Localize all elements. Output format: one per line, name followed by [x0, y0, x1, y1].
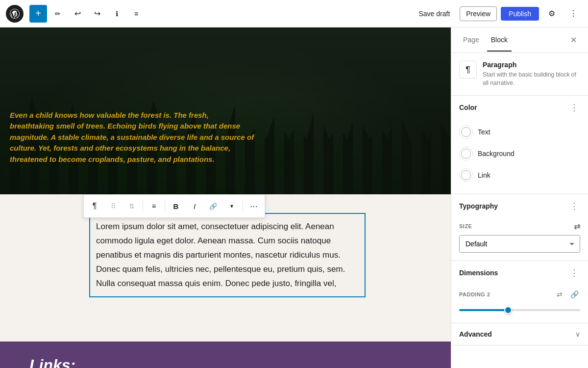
toolbar-divider-2	[165, 200, 165, 212]
block-move-button[interactable]: ⇅	[123, 197, 141, 215]
dimensions-content: PADDING 2 ⇄ 🔗	[451, 285, 588, 323]
color-section: Color ⋮ Text Background	[451, 96, 588, 194]
link-color-swatch[interactable]	[459, 168, 473, 182]
color-option-background[interactable]: Background	[459, 143, 580, 164]
panel-header: Page Block ✕	[451, 27, 588, 53]
link-button[interactable]: 🔗	[204, 197, 222, 215]
add-block-button[interactable]: +	[29, 5, 47, 23]
block-info-text: Paragraph Start with the basic building …	[483, 61, 580, 87]
more-options-button[interactable]: ⋮	[564, 5, 582, 23]
size-adjust-icon[interactable]: ⇄	[574, 222, 581, 231]
wordpress-logo[interactable]	[6, 5, 24, 23]
dimensions-section-title: Dimensions	[459, 269, 568, 277]
background-color-swatch[interactable]	[459, 147, 473, 160]
toolbar-divider-1	[143, 200, 143, 212]
color-options: Text Background Link	[451, 119, 588, 194]
undo-button[interactable]: ↩	[69, 5, 86, 23]
block-more-button[interactable]: ⋯	[245, 197, 263, 215]
advanced-section-header[interactable]: Advanced ∨	[451, 323, 588, 345]
text-color-label: Text	[478, 128, 490, 136]
size-label-row: SIZE ⇄	[459, 222, 580, 231]
block-formatting-toolbar: ¶ ⠿ ⇅ ≡ B I 🔗 ▾ ⋯	[83, 194, 265, 218]
editor-area: Even a child knows how valuable the fore…	[0, 27, 451, 368]
right-panel: Page Block ✕ ¶ Paragraph Start with the …	[451, 27, 588, 368]
purple-section: Links:	[0, 342, 451, 368]
block-description: Start with the basic building block of a…	[483, 71, 580, 87]
more-rich-text-button[interactable]: ▾	[223, 197, 241, 215]
color-section-header[interactable]: Color ⋮	[451, 96, 588, 119]
toolbar-divider-3	[243, 200, 243, 212]
info-button[interactable]: ℹ	[108, 5, 125, 23]
save-draft-button[interactable]: Save draft	[413, 7, 456, 21]
text-color-swatch[interactable]	[459, 125, 473, 139]
background-color-label: Background	[478, 150, 514, 158]
typography-section-title: Typography	[459, 202, 568, 210]
block-type-icon: ¶	[459, 61, 477, 79]
redo-button[interactable]: ↪	[88, 5, 106, 23]
paragraph-block[interactable]: Lorem ipsum dolor sit amet, consectetuer…	[90, 214, 365, 296]
tab-block[interactable]: Block	[487, 29, 512, 52]
color-option-link[interactable]: Link	[459, 164, 580, 186]
typography-more-icon[interactable]: ⋮	[568, 200, 580, 212]
advanced-section-title: Advanced	[459, 330, 575, 338]
typography-section: Typography ⋮ SIZE ⇄ Default Small Medium…	[451, 194, 588, 261]
align-button[interactable]: ≡	[145, 197, 163, 215]
publish-button[interactable]: Publish	[501, 7, 539, 21]
size-label-text: SIZE	[459, 223, 472, 229]
dimensions-more-icon[interactable]: ⋮	[568, 267, 580, 279]
preview-button[interactable]: Preview	[460, 6, 497, 21]
panel-close-button[interactable]: ✕	[566, 33, 580, 47]
hero-quote[interactable]: Even a child knows how valuable the fore…	[10, 110, 255, 165]
padding-adjust-button[interactable]: ⇄	[554, 289, 565, 300]
links-heading: Links:	[29, 356, 421, 368]
padding-link-button[interactable]: 🔗	[568, 289, 580, 300]
toolbar: + ✏ ↩ ↪ ℹ ≡ Save draft Preview Publish ⚙…	[0, 0, 588, 27]
pen-tool-button[interactable]: ✏	[49, 5, 67, 23]
advanced-section: Advanced ∨	[451, 323, 588, 345]
dimensions-section-header[interactable]: Dimensions ⋮	[451, 261, 588, 285]
typography-section-header[interactable]: Typography ⋮	[451, 194, 588, 218]
tab-page[interactable]: Page	[459, 29, 483, 52]
list-view-button[interactable]: ≡	[127, 5, 145, 23]
color-section-title: Color	[459, 104, 568, 111]
bold-button[interactable]: B	[167, 197, 185, 215]
main-area: Even a child knows how valuable the fore…	[0, 27, 588, 368]
font-size-select[interactable]: Default Small Medium Large X-Large	[459, 235, 580, 253]
block-title: Paragraph	[483, 61, 580, 69]
padding-label-row: PADDING 2 ⇄ 🔗	[459, 289, 580, 300]
block-drag-button[interactable]: ⠿	[104, 197, 122, 215]
color-more-icon[interactable]: ⋮	[568, 102, 580, 113]
padding-icons: ⇄ 🔗	[554, 289, 580, 300]
italic-button[interactable]: I	[186, 197, 203, 215]
padding-label: PADDING 2	[459, 291, 554, 297]
advanced-chevron-icon[interactable]: ∨	[575, 330, 580, 338]
block-info: ¶ Paragraph Start with the basic buildin…	[451, 53, 588, 96]
link-color-label: Link	[478, 171, 490, 179]
toolbar-right: Save draft Preview Publish ⚙ ⋮	[413, 5, 582, 23]
block-type-button[interactable]: ¶	[86, 197, 103, 215]
color-option-text[interactable]: Text	[459, 121, 580, 143]
toolbar-left: + ✏ ↩ ↪ ℹ ≡	[6, 5, 411, 23]
typography-content: SIZE ⇄ Default Small Medium Large X-Larg…	[451, 218, 588, 261]
hero-section: Even a child knows how valuable the fore…	[0, 27, 451, 194]
settings-button[interactable]: ⚙	[543, 5, 561, 23]
dimensions-section: Dimensions ⋮ PADDING 2 ⇄ 🔗	[451, 261, 588, 323]
padding-slider[interactable]	[459, 309, 580, 311]
